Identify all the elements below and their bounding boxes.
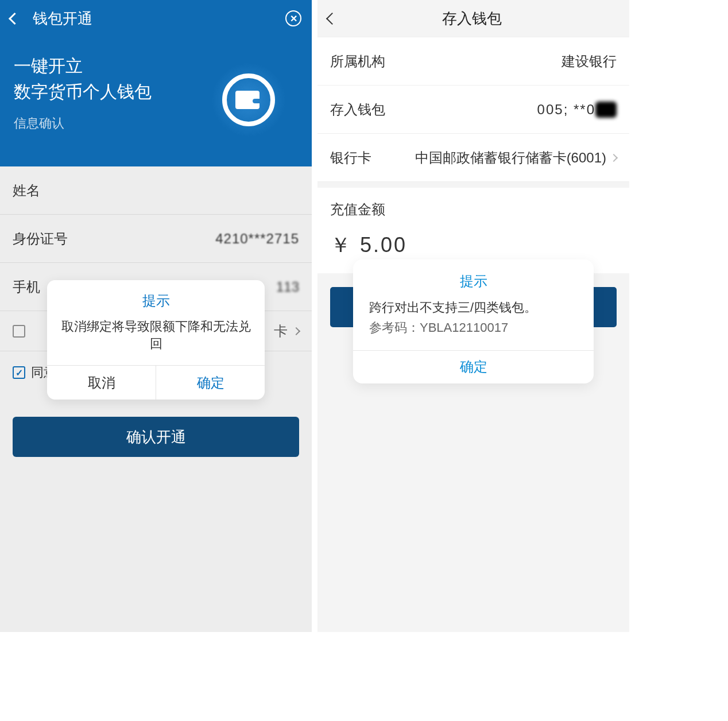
chevron-right-icon bbox=[610, 153, 618, 161]
bankcard-value: 中国邮政储蓄银行储蓄卡(6001) bbox=[415, 149, 606, 167]
id-label: 身份证号 bbox=[13, 230, 68, 248]
dialog-ok-button[interactable]: 确定 bbox=[353, 350, 594, 383]
right-screenshot: 存入钱包 所属机构 建设银行 存入钱包 005; **0 ■■ 银行卡 中国邮政… bbox=[317, 0, 629, 632]
ref-label: 参考码： bbox=[369, 320, 420, 335]
org-label: 所属机构 bbox=[330, 52, 385, 71]
bankcard-row[interactable]: 银行卡 中国邮政储蓄银行储蓄卡(6001) bbox=[317, 134, 629, 182]
dialog-message: 取消绑定将导致限额下降和无法兑回 bbox=[47, 318, 265, 365]
hero-banner: 一键开立 数字货币个人钱包 信息确认 bbox=[0, 37, 312, 166]
wallet-icon-outer bbox=[208, 60, 289, 140]
left-alert-dialog: 提示 取消绑定将导致限额下降和无法兑回 取消 确定 bbox=[47, 280, 265, 400]
info-section: 所属机构 建设银行 存入钱包 005; **0 ■■ 银行卡 中国邮政储蓄银行储… bbox=[317, 37, 629, 182]
wallet-row[interactable]: 存入钱包 005; **0 ■■ bbox=[317, 86, 629, 134]
left-header: 钱包开通 bbox=[0, 0, 312, 37]
dialog-reference: 参考码：YBLA12110017 bbox=[353, 319, 594, 350]
page-title: 存入钱包 bbox=[325, 9, 619, 29]
bankcard-value-wrap: 中国邮政储蓄银行储蓄卡(6001) bbox=[415, 149, 617, 167]
wallet-value-hidden: ■■ bbox=[595, 102, 617, 118]
wallet-icon bbox=[222, 73, 275, 126]
page-title: 钱包开通 bbox=[33, 9, 285, 29]
back-icon[interactable] bbox=[9, 12, 21, 24]
bind-checkbox[interactable] bbox=[13, 325, 25, 338]
right-alert-dialog: 提示 跨行对出不支持三/四类钱包。 参考码：YBLA12110017 确定 bbox=[353, 259, 594, 383]
name-row[interactable]: 姓名 bbox=[0, 166, 312, 215]
dialog-buttons: 取消 确定 bbox=[47, 365, 265, 400]
agree-checkbox[interactable] bbox=[13, 366, 25, 379]
bind-card-tail: 卡 bbox=[274, 322, 288, 340]
dialog-ok-button[interactable]: 确定 bbox=[156, 366, 265, 400]
org-row: 所属机构 建设银行 bbox=[317, 37, 629, 86]
ref-code: YBLA12110017 bbox=[420, 320, 508, 335]
name-label: 姓名 bbox=[13, 181, 40, 200]
dialog-message: 跨行对出不支持三/四类钱包。 bbox=[353, 299, 594, 319]
wallet-value: 005; **0 bbox=[537, 102, 595, 118]
left-screenshot: 钱包开通 一键开立 数字货币个人钱包 信息确认 姓名 身份证号 4210***2… bbox=[0, 0, 312, 632]
close-icon[interactable] bbox=[285, 10, 301, 26]
right-header: 存入钱包 bbox=[317, 0, 629, 37]
amount-label: 充值金额 bbox=[317, 188, 629, 231]
bankcard-label: 银行卡 bbox=[330, 149, 371, 167]
dialog-cancel-button[interactable]: 取消 bbox=[47, 366, 156, 400]
chevron-right-icon bbox=[292, 327, 300, 335]
org-value: 建设银行 bbox=[562, 52, 617, 71]
dialog-title: 提示 bbox=[47, 280, 265, 318]
wallet-label: 存入钱包 bbox=[330, 100, 385, 119]
wallet-value-wrap: 005; **0 ■■ bbox=[537, 102, 617, 118]
dialog-title: 提示 bbox=[353, 259, 594, 299]
id-value: 4210***2715 bbox=[215, 231, 299, 247]
phone-label: 手机 bbox=[13, 278, 40, 296]
id-row[interactable]: 身份证号 4210***2715 bbox=[0, 215, 312, 263]
confirm-open-button[interactable]: 确认开通 bbox=[13, 417, 299, 457]
phone-suffix: 113 bbox=[276, 279, 299, 295]
